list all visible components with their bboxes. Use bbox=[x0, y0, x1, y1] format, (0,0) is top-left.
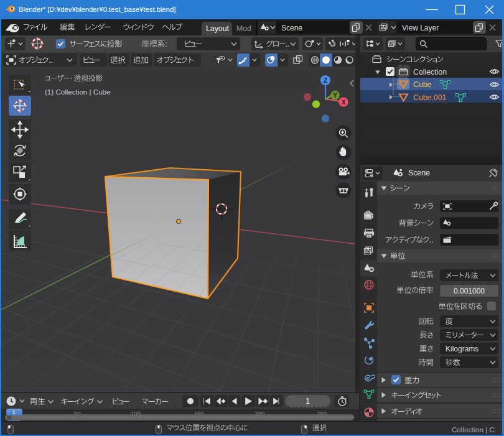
svg-text:Z: Z bbox=[324, 77, 327, 84]
svg-text:Y: Y bbox=[333, 92, 337, 99]
svg-text:X: X bbox=[342, 99, 346, 106]
